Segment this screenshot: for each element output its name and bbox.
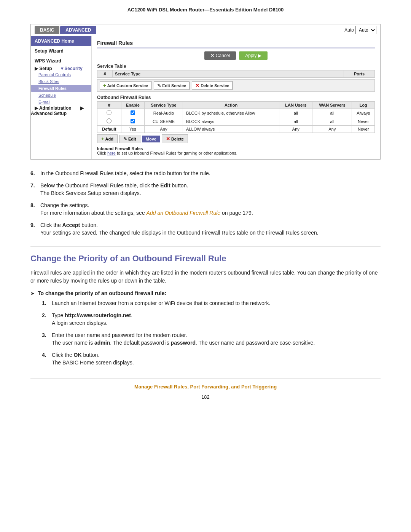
page-footer: Manage Firewall Rules, Port Forwarding, … xyxy=(30,379,381,393)
step-content: Launch an Internet browser from a comput… xyxy=(52,300,381,308)
cancel-apply-row: ✕ Cancel Apply ▶ xyxy=(97,51,375,60)
step-num: 6. xyxy=(30,170,37,176)
rule-checkbox-1[interactable] xyxy=(131,110,135,115)
rule-radio-1[interactable] xyxy=(107,110,112,115)
list-item: 9. Click the Accept button. Your setting… xyxy=(30,222,381,237)
tab-basic[interactable]: BASIC xyxy=(35,26,59,34)
add-custom-service-button[interactable]: + Add Custom Service xyxy=(100,81,151,90)
th-lan-users: LAN Users xyxy=(279,102,312,109)
step-content: Click the OK button. The BASIC Home scre… xyxy=(52,352,381,367)
th-enable: Enable xyxy=(121,102,144,109)
step-sub: The BASIC Home screen displays. xyxy=(52,359,381,366)
firewall-rules-title: Firewall Rules xyxy=(97,40,375,48)
page-title: AC1200 WiFi DSL Modem Router—Essentials … xyxy=(127,7,284,13)
auto-dropdown[interactable]: Auto xyxy=(355,26,376,34)
cell-enable[interactable] xyxy=(121,117,144,126)
cell-enable[interactable] xyxy=(121,109,144,117)
col-ports: Ports xyxy=(344,70,374,77)
sidebar-item-setup-wizard[interactable]: Setup Wizard xyxy=(31,46,91,56)
delete-service-button[interactable]: ✕ Delete Service xyxy=(192,81,233,90)
list-item: 8. Change the settings. For more informa… xyxy=(30,202,381,217)
plus-icon: + xyxy=(103,83,106,88)
cell-lan: all xyxy=(279,117,312,126)
sidebar-subitem-block-sites[interactable]: Block Sites xyxy=(31,78,91,85)
inbound-link[interactable]: here xyxy=(107,151,116,155)
cell-service-type: Any xyxy=(144,126,183,133)
procedure-label: To change the priority of an outbound fi… xyxy=(38,290,166,296)
row-actions: + Add ✎ Edit Move ✕ Delete xyxy=(97,134,375,143)
cell-lan: all xyxy=(279,109,312,117)
step-sub: Your settings are saved. The changed rul… xyxy=(40,230,381,236)
cell-enable-text: Yes xyxy=(121,126,144,133)
cell-lan: Any xyxy=(279,126,312,133)
th-service-type: Service Type xyxy=(144,102,183,109)
arrow-icon: ▶ xyxy=(258,53,261,58)
step-text: Click the OK button. xyxy=(52,352,381,358)
th-log: Log xyxy=(352,102,375,109)
step-text: Click the Accept button. xyxy=(40,222,381,228)
edit-rule-button[interactable]: ✎ Edit xyxy=(119,135,140,143)
procedure-intro: ➤ To change the priority of an outbound … xyxy=(30,290,381,296)
cell-log: Never xyxy=(352,126,375,133)
procedure-steps-list: 1. Launch an Internet browser from a com… xyxy=(30,300,381,367)
sidebar-subitem-firewall-rules[interactable]: Firewall Rules xyxy=(31,85,91,92)
inbound-section: Inbound Firewall Rules Click here to set… xyxy=(97,146,375,155)
service-table-label: Service Table xyxy=(97,64,375,69)
move-rule-button[interactable]: Move xyxy=(142,136,160,142)
list-item: 2. Type http://www.routerlogin.net. A lo… xyxy=(42,312,381,328)
inbound-text: Click here to set up inbound Firewall Ru… xyxy=(97,151,375,155)
add-outbound-link[interactable]: Add an Outbound Firewall Rule xyxy=(147,210,221,216)
step-content: Below the Outbound Firewall Rules table,… xyxy=(40,182,381,198)
cell-action: BLOCK always xyxy=(183,117,279,126)
inbound-label: Inbound Firewall Rules xyxy=(97,146,375,151)
pencil-icon: ✎ xyxy=(157,83,161,88)
router-ui: BASIC ADVANCED Auto Auto ADVANCED Home S… xyxy=(30,24,381,160)
col-num: # xyxy=(97,70,113,77)
service-table-actions: + Add Custom Service ✎ Edit Service ✕ De… xyxy=(97,79,375,92)
step-num: 7. xyxy=(30,182,37,189)
step-content: Click the Accept button. Your settings a… xyxy=(40,222,381,237)
cell-radio[interactable] xyxy=(97,109,121,117)
sidebar-section-security[interactable]: ▾ Security xyxy=(57,64,86,72)
step-num: 2. xyxy=(42,312,49,318)
list-item: 1. Launch an Internet browser from a com… xyxy=(42,300,381,308)
th-wan-servers: WAN Servers xyxy=(312,102,352,109)
edit-service-button[interactable]: ✎ Edit Service xyxy=(154,81,190,90)
sidebar-section-setup[interactable]: ▶ Setup xyxy=(31,64,56,72)
page-header: AC1200 WiFi DSL Modem Router—Essentials … xyxy=(0,0,411,16)
step-text: In the Outbound Firewall Rules table, se… xyxy=(40,170,381,176)
router-topbar: BASIC ADVANCED Auto Auto xyxy=(31,24,380,36)
tab-advanced[interactable]: ADVANCED xyxy=(60,26,96,34)
outbound-section-label: Outbound Firewall Rules xyxy=(97,95,375,100)
cell-wan: all xyxy=(312,109,352,117)
section-heading: Change the Priority of an Outbound Firew… xyxy=(30,246,381,264)
step-sub: A login screen displays. xyxy=(52,320,381,326)
list-item: 3. Enter the user name and password for … xyxy=(42,332,381,347)
apply-button[interactable]: Apply ▶ xyxy=(239,51,268,60)
delete-rule-button[interactable]: ✕ Delete xyxy=(162,134,188,143)
rule-checkbox-2[interactable] xyxy=(131,119,135,123)
sidebar-subitem-parental[interactable]: Parental Controls xyxy=(31,71,91,78)
intro-para: Firewall rules are applied in the order … xyxy=(30,269,381,285)
x-red-icon: ✕ xyxy=(195,83,199,88)
step-text: Change the settings. xyxy=(40,202,381,208)
add-rule-button[interactable]: + Add xyxy=(97,134,118,143)
cancel-button[interactable]: ✕ Cancel xyxy=(204,51,236,60)
cell-action: ALLOW always xyxy=(183,126,279,133)
cell-radio[interactable] xyxy=(97,117,121,126)
router-main: Firewall Rules ✕ Cancel Apply ▶ Service … xyxy=(92,36,380,159)
sidebar-subitem-schedule[interactable]: Schedule xyxy=(31,92,91,99)
cell-default: Default xyxy=(97,126,121,133)
table-row: Real-Audio BLOCK by schedule, otherwise … xyxy=(97,109,375,117)
step-text: Below the Outbound Firewall Rules table,… xyxy=(40,182,381,189)
step-text: Type http://www.routerlogin.net. xyxy=(52,312,381,318)
rule-radio-2[interactable] xyxy=(107,118,112,123)
sidebar-item-advanced-home[interactable]: ADVANCED Home xyxy=(31,36,91,46)
plus-icon: + xyxy=(101,136,104,142)
footer-link[interactable]: Manage Firewall Rules, Port Forwarding, … xyxy=(134,384,277,390)
x-icon: ✕ xyxy=(210,53,214,58)
list-item: 7. Below the Outbound Firewall Rules tab… xyxy=(30,182,381,198)
pencil-icon: ✎ xyxy=(123,136,127,142)
cell-log: Never xyxy=(352,117,375,126)
outbound-table: # Enable Service Type Action LAN Users W… xyxy=(97,101,375,133)
